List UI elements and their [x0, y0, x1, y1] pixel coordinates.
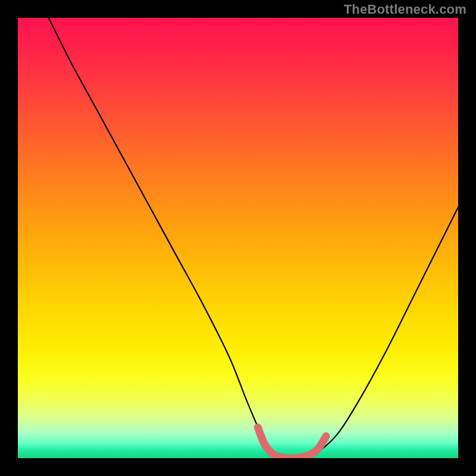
- watermark-text: TheBottleneck.com: [344, 2, 466, 17]
- bottleneck-curve: [49, 18, 458, 458]
- optimal-range-highlight: [258, 427, 326, 458]
- chart-frame: TheBottleneck.com: [0, 0, 476, 476]
- curve-layer: [18, 18, 458, 458]
- plot-area: [18, 18, 458, 458]
